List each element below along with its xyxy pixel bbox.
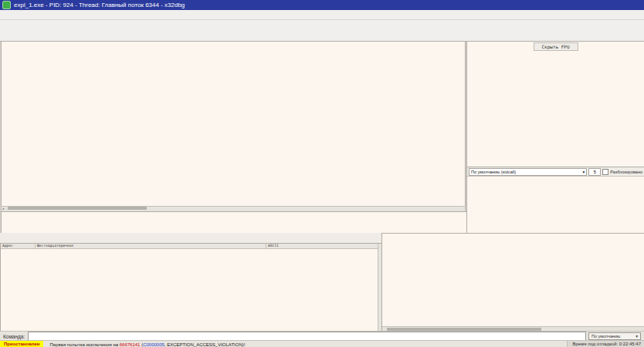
dump-header: Адрес Шестнадцатеричное ASCII [1,244,382,249]
argument-list [467,177,644,178]
debug-state-badge: Приостановлен [0,341,43,347]
scrollbar-thumb[interactable] [8,207,147,210]
app-icon [2,1,11,9]
command-label: Команда: [0,334,28,339]
registers-pane[interactable]: Скрыть FPU [466,41,644,168]
command-default-select[interactable]: По умолчанию ▾ [588,332,641,340]
calling-convention-select[interactable]: По умолчанию (stdcall) ▾ [469,168,587,176]
arg-count-spinner[interactable]: 5 [588,168,601,176]
dump-pane[interactable]: Адрес Шестнадцатеричное ASCII [0,243,383,332]
unlocked-checkbox[interactable] [602,169,608,175]
chevron-down-icon: ▾ [582,169,585,175]
title-bar: expl_1.exe - PID: 924 - Thread: Главный … [0,0,644,10]
toolbar [0,20,644,31]
x32dbg-window: expl_1.exe - PID: 924 - Thread: Главный … [0,0,644,347]
exception-address-link[interactable]: 66676141 [120,342,141,347]
hide-fpu-button[interactable]: Скрыть FPU [533,42,578,51]
status-bar: Приостановлен Первая попытка исключения … [0,340,644,347]
exception-message: Первая попытка исключения на 66676141 (C… [49,342,245,347]
view-tabs [0,30,644,42]
calling-convention-row: По умолчанию (stdcall) ▾ 5 Разблокирован… [467,167,644,177]
scroll-left-arrow[interactable]: ◂ [2,207,4,211]
unlocked-label: Разблокировано [610,170,642,174]
stack-pane[interactable] [381,233,644,332]
chevron-down-icon: ▾ [636,333,638,339]
dump-tabs [0,233,381,244]
debug-time: Время под отладкой: 0:22:45:47 [567,341,644,347]
exception-code-link[interactable]: C0000005 [143,342,164,347]
menu-bar [0,10,644,20]
disassembly-pane[interactable] [1,41,466,207]
window-title: expl_1.exe - PID: 924 - Thread: Главный … [14,0,185,10]
arguments-pane: По умолчанию (stdcall) ▾ 5 Разблокирован… [466,167,644,234]
